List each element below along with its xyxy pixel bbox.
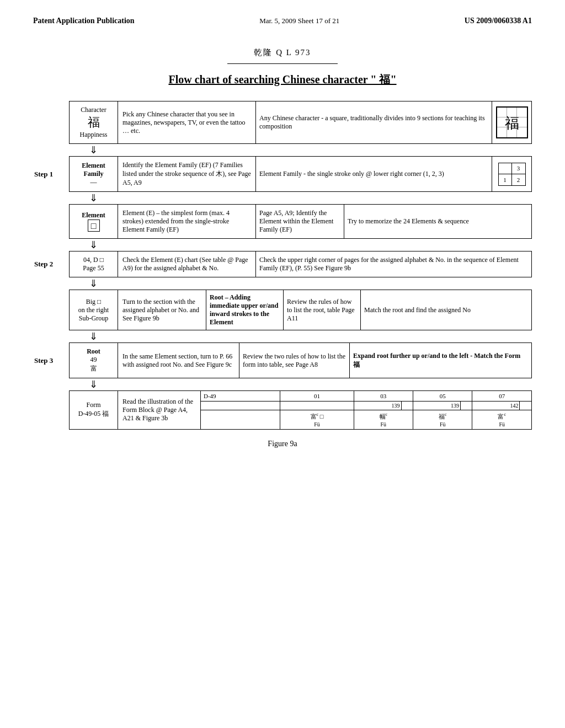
step-spacer-1	[33, 101, 69, 144]
arrow-2: ⇓	[33, 192, 532, 204]
form-sub-row1-01	[280, 402, 354, 410]
character-label: Character 福 Happiness	[70, 101, 118, 144]
character-row: Character 福 Happiness Pick any Chinese c…	[33, 101, 532, 144]
step3-box-label: Root49富	[70, 343, 118, 378]
bigbox-review: Review the rules of how to list the root…	[284, 290, 361, 330]
arrow-3: ⇓	[33, 239, 532, 251]
bigbox-row: Big □on the rightSub-Group Turn to the s…	[33, 290, 532, 330]
character-note: Any Chinese character - a square, tradit…	[256, 101, 492, 144]
ef-corner-image: 3 1 2	[492, 157, 532, 192]
form-sub-row1-05b	[461, 402, 472, 410]
form-header-01: 01	[280, 391, 354, 402]
form-desc: Read the illustration of the Form Block …	[118, 391, 201, 430]
step3-label: Step 3	[33, 342, 69, 378]
step2-box-label: 04, D □Page 55	[70, 251, 118, 277]
step2-label: Step 2	[33, 251, 69, 277]
form-header-07: 07	[472, 391, 532, 402]
header-left: Patent Application Publication	[33, 17, 135, 25]
element-note2: Try to memorize the 24 Elements & sequen…	[344, 205, 532, 239]
character-desc: Pick any Chinese character that you see …	[118, 101, 256, 144]
character-table: Character 福 Happiness Pick any Chinese c…	[69, 101, 532, 144]
bigbox-label: Big □on the rightSub-Group	[70, 290, 118, 330]
element-spacer	[33, 204, 69, 239]
bigbox-table: Big □on the rightSub-Group Turn to the s…	[69, 290, 532, 330]
step2-row: Step 2 04, D □Page 55 Check the Element …	[33, 251, 532, 277]
header-right: US 2009/0060338 A1	[465, 17, 532, 25]
element-note1: Page A5, A9; Identify the Element within…	[256, 205, 344, 239]
form-char-07: 富c Fü	[472, 410, 532, 430]
form-header-03: 03	[354, 391, 413, 402]
step3-review: Review the two rules of how to list the …	[239, 343, 350, 378]
step2-note: Check the upper right corner of pages fo…	[256, 251, 532, 277]
form-label: FormD-49-05 福	[70, 391, 118, 430]
character-image: 福	[492, 101, 532, 144]
form-sub-row1-07b	[520, 402, 532, 410]
step3-expand: Expand root further up or/and to the lef…	[350, 343, 532, 378]
page-title: Flow chart of searching Chinese characte…	[33, 72, 532, 87]
form-char-03: 幅c Fü	[354, 410, 413, 430]
ef-note: Element Family - the single stroke only …	[256, 157, 492, 192]
form-char-05: 福c Fü	[413, 410, 472, 430]
form-sub-row1-03b	[401, 402, 413, 410]
bigbox-desc: Turn to the section with the assigned al…	[118, 290, 206, 330]
form-139-2: 139	[413, 402, 461, 410]
figure-label: Figure 9a	[33, 440, 532, 448]
step1-label: Step 1	[33, 156, 69, 192]
arrow-5: ⇓	[33, 330, 532, 342]
step3-table: Root49富 In the same Element section, tur…	[69, 342, 532, 378]
arrow-6: ⇓	[33, 378, 532, 390]
arrow-4: ⇓	[33, 277, 532, 290]
step1-table: ElementFamily— Identify the Element Fami…	[69, 156, 532, 192]
arrow-1: ⇓	[33, 144, 532, 156]
step1-row: Step 1 ElementFamily— Identify the Eleme…	[33, 156, 532, 192]
flowchart: Character 福 Happiness Pick any Chinese c…	[33, 101, 532, 430]
bigbox-match: Match the root and find the assigned No	[361, 290, 532, 330]
step2-desc: Check the Element (E) chart (See table @…	[118, 251, 256, 277]
form-table: FormD-49-05 福 Read the illustration of t…	[69, 390, 532, 430]
bigbox-root: Root – Adding immediate upper or/and inw…	[206, 290, 284, 330]
element-table: Element □ Element (E) – the simplest for…	[69, 204, 532, 239]
form-header-05: 05	[413, 391, 472, 402]
element-row: Element □ Element (E) – the simplest for…	[33, 204, 532, 239]
element-label: Element □	[70, 205, 118, 239]
page-header: Patent Application Publication Mar. 5, 2…	[33, 17, 532, 25]
form-header-d49: D-49	[201, 391, 280, 402]
bigbox-spacer	[33, 290, 69, 330]
form-139-1: 139	[354, 402, 401, 410]
ef-desc: Identify the Element Family (EF) (7 Fami…	[118, 157, 256, 192]
step3-row: Step 3 Root49富 In the same Element secti…	[33, 342, 532, 378]
element-desc: Element (E) – the simplest form (max. 4 …	[118, 205, 256, 239]
watermark-line	[227, 63, 338, 64]
form-spacer	[33, 390, 69, 430]
watermark: 乾隆 Q L 973	[33, 47, 532, 58]
form-char-01: 富c □ Fü	[280, 410, 354, 430]
step3-desc: In the same Element section, turn to P. …	[118, 343, 239, 378]
form-sub-row1-d49	[201, 402, 280, 410]
form-row: FormD-49-05 福 Read the illustration of t…	[33, 390, 532, 430]
form-char-d49	[201, 410, 280, 430]
ef-label: ElementFamily—	[70, 157, 118, 192]
form-142: 142	[472, 402, 520, 410]
header-center: Mar. 5, 2009 Sheet 17 of 21	[259, 17, 339, 25]
step2-table: 04, D □Page 55 Check the Element (E) cha…	[69, 251, 532, 277]
